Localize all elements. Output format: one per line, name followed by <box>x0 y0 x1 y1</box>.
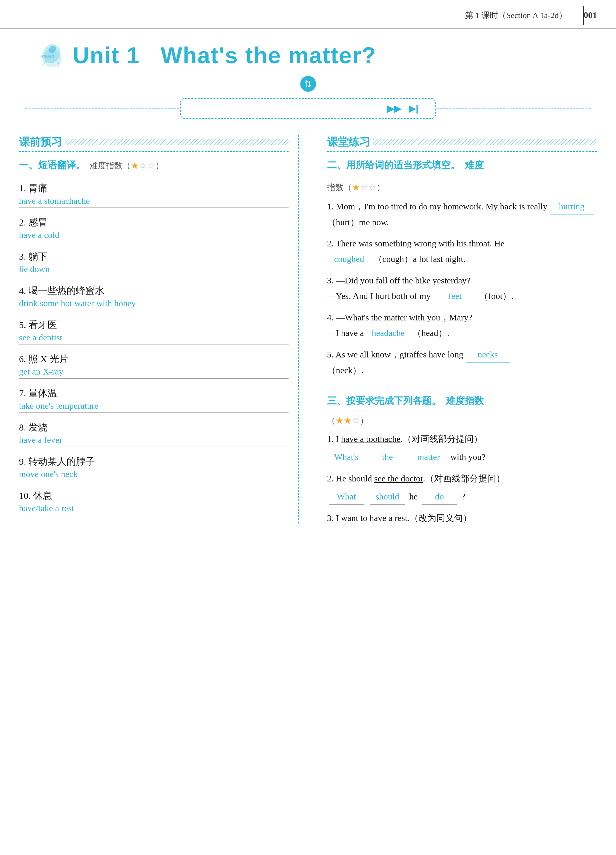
ex4-d1: 4. —What's the matter with you，Mary? <box>327 313 472 322</box>
ex3-d2-before: —Yes. And I hurt both of my <box>327 291 433 301</box>
vocab-list: 1. 胃痛 have a stomachache 2. 感冒 have a co… <box>19 182 288 515</box>
vocab-en-7: take one's temperature <box>19 401 288 413</box>
vocab-num-cn-4: 4. 喝一些热的蜂蜜水 <box>19 284 288 297</box>
vocab-en-10: have/take a rest <box>19 503 288 515</box>
section-bar-container: ◀◀ 第 1 课时（Section A 1a-2d） ▶▶ ▶| <box>180 98 436 119</box>
left-section-heading: 课前预习 <box>19 135 288 152</box>
sec3-ex3-text: 3. I want to have a rest.（改为同义句） <box>327 513 472 523</box>
ex5-blank: necks <box>466 347 510 363</box>
ex3-blank: feet <box>433 288 477 304</box>
sec3-ex2-blank2: should <box>370 489 405 504</box>
left-sub-heading: 一、短语翻译。 <box>19 159 86 172</box>
hatch-decoration <box>65 139 288 145</box>
main-content: 课前预习 一、短语翻译。 难度指数（★☆☆） 1. 胃痛 have a stom… <box>0 135 616 550</box>
ex5-after: （neck）. <box>327 365 364 375</box>
nav-next-next-button[interactable]: ▶| <box>408 103 420 114</box>
unit-label: Unit 1 <box>73 43 140 68</box>
ex4-d2-before: —I have a <box>327 328 366 338</box>
nav-next-button[interactable]: ▶▶ <box>386 103 403 114</box>
list-item: 8. 发烧 have a fever <box>19 421 288 447</box>
page-header: 第 1 课时（Section A 1a-2d） 001 <box>0 0 616 29</box>
list-item: 10. 休息 have/take a rest <box>19 489 288 515</box>
left-difficulty: 难度指数（★☆☆） <box>86 160 164 171</box>
sec3-difficulty: （★★☆） <box>327 416 368 425</box>
left-column: 课前预习 一、短语翻译。 难度指数（★☆☆） 1. 胃痛 have a stom… <box>19 135 299 524</box>
hatch-decoration-right <box>373 139 597 145</box>
ex1-hint: （hurt）me now. <box>327 217 389 227</box>
ex3-d2-after: （foot）. <box>479 291 513 301</box>
header-section-label: 第 1 课时（Section A 1a-2d） <box>465 10 567 21</box>
title-area: 作业精灵 Unit 1 What's the matter? <box>0 29 616 76</box>
vocab-en-3: lie down <box>19 264 288 276</box>
section-bar-square-icon <box>218 106 223 111</box>
vocab-en-6: get an X-ray <box>19 366 288 378</box>
ex2-blank: coughed <box>327 251 371 267</box>
ex4-d2-after: （head）. <box>412 328 449 338</box>
right-sub-heading: 二、用所给词的适当形式填空。 <box>327 159 460 172</box>
sec3-exercise-3: 3. I want to have a rest.（改为同义句） <box>327 510 597 526</box>
vocab-num-cn-6: 6. 照 X 光片 <box>19 353 288 366</box>
ex1-blank: hurting <box>550 199 594 215</box>
ex1-num: 1. Mom，I'm too tired to do my homework. … <box>327 201 550 211</box>
vocab-en-9: move one's neck <box>19 469 288 481</box>
right-column: 课堂练习 二、用所给词的适当形式填空。 难度 指数（★☆☆） 1. Mom，I'… <box>318 135 597 532</box>
ex3-d1: 3. —Did you fall off the bike yesterday? <box>327 276 471 285</box>
center-arrow-icon[interactable]: ⇅ <box>300 76 316 92</box>
ex2-text1: 2. There was something wrong with his th… <box>327 239 505 248</box>
list-item: 5. 看牙医 see a dentist <box>19 319 288 345</box>
vocab-num-cn-2: 2. 感冒 <box>19 216 288 229</box>
exercise-2: 2. There was something wrong with his th… <box>327 236 597 267</box>
vocab-num-cn-5: 5. 看牙医 <box>19 319 288 331</box>
nav-prev-prev-button[interactable]: ◀◀ <box>196 103 213 114</box>
sec3-ex2-text: 2. He should see the doctor.（对画线部分提问） <box>327 473 505 483</box>
vocab-num-cn-7: 7. 量体温 <box>19 387 288 400</box>
vocab-num-cn-8: 8. 发烧 <box>19 421 288 434</box>
vocab-en-1: have a stomachache <box>19 196 288 208</box>
unit-subtitle: What's the matter? <box>161 43 376 68</box>
right-section-heading: 课堂练习 <box>327 135 597 152</box>
sec3-ex1-text: 1. I have a toothache.（对画线部分提问） <box>327 434 483 444</box>
vocab-num-cn-10: 10. 休息 <box>19 489 288 502</box>
page-number: 001 <box>584 10 597 20</box>
sec3-ex1-blank1: What's <box>329 449 364 465</box>
vocab-en-4: drink some hot water with honey <box>19 298 288 310</box>
list-item: 3. 躺下 lie down <box>19 250 288 276</box>
svg-text:作业精灵: 作业精灵 <box>40 54 54 58</box>
sec3-ex1-blank3: matter <box>411 449 446 465</box>
vocab-num-cn-1: 1. 胃痛 <box>19 182 288 195</box>
sec3-heading: 三、按要求完成下列各题。 <box>327 394 441 408</box>
vocab-en-5: see a dentist <box>19 332 288 345</box>
sec3-ex2-blank1: What <box>329 489 364 504</box>
vocab-num-cn-3: 3. 躺下 <box>19 250 288 263</box>
exercise-3: 3. —Did you fall off the bike yesterday?… <box>327 273 597 304</box>
ex4-blank: headache <box>366 325 410 341</box>
exercise-1: 1. Mom，I'm too tired to do my homework. … <box>327 199 597 230</box>
list-item: 9. 转动某人的脖子 move one's neck <box>19 455 288 481</box>
list-item: 7. 量体温 take one's temperature <box>19 387 288 413</box>
vocab-en-2: have a cold <box>19 230 288 242</box>
dragon-logo-icon: 作业精灵 <box>38 41 66 70</box>
sec3-exercise-1: 1. I have a toothache.（对画线部分提问） What's t… <box>327 431 597 465</box>
list-item: 2. 感冒 have a cold <box>19 216 288 242</box>
sec3-exercise-2: 2. He should see the doctor.（对画线部分提问） Wh… <box>327 471 597 504</box>
two-column-layout: 课前预习 一、短语翻译。 难度指数（★☆☆） 1. 胃痛 have a stom… <box>19 135 597 532</box>
list-item: 6. 照 X 光片 get an X-ray <box>19 353 288 378</box>
list-item: 1. 胃痛 have a stomachache <box>19 182 288 208</box>
exercise-4: 4. —What's the matter with you，Mary? —I … <box>327 310 597 341</box>
list-item: 4. 喝一些热的蜂蜜水 drink some hot water with ho… <box>19 284 288 310</box>
right-difficulty: 指数（★☆☆） <box>327 183 385 192</box>
unit-title: Unit 1 What's the matter? <box>73 42 376 68</box>
ex5-before: 5. As we all know，giraffes have long <box>327 349 466 359</box>
exercise-5: 5. As we all know，giraffes have long nec… <box>327 347 597 378</box>
ex2-hint: （cough）a lot last night. <box>374 254 466 264</box>
section-bar-title: 第 1 课时（Section A 1a-2d） <box>228 101 381 116</box>
sec3-ex1-blank2: the <box>370 449 405 465</box>
vocab-num-cn-9: 9. 转动某人的脖子 <box>19 455 288 468</box>
section-bar-row: ◀◀ 第 1 课时（Section A 1a-2d） ▶▶ ▶| <box>0 98 616 119</box>
vocab-en-8: have a fever <box>19 435 288 447</box>
sec3-ex2-blank3: do <box>422 489 457 504</box>
